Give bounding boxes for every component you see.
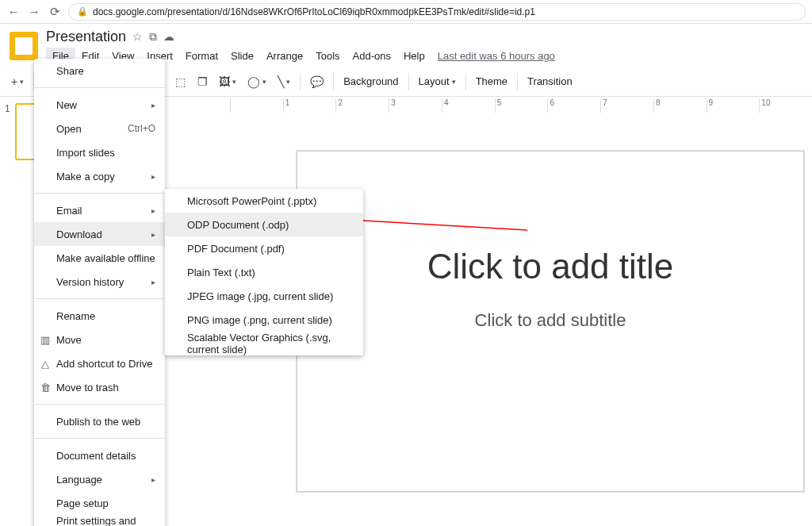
label: Make a copy	[56, 171, 115, 182]
separator	[34, 404, 165, 405]
download-png[interactable]: PNG image (.png, current slide)	[165, 308, 363, 332]
menu-add-shortcut[interactable]: △Add shortcut to Drive	[34, 351, 165, 375]
move-file-icon[interactable]: ⧉	[149, 30, 157, 44]
slide-canvas[interactable]: Click to add title Click to add subtitle	[297, 151, 804, 492]
browser-bar: ← → ⟳ 🔒 docs.google.com/presentation/d/1…	[0, 0, 812, 24]
label: Import slides	[56, 147, 115, 159]
slides-logo-icon[interactable]	[10, 32, 38, 60]
menu-move-trash[interactable]: 🗑Move to trash	[34, 375, 165, 399]
menu-new[interactable]: New▸	[34, 93, 165, 117]
download-pdf[interactable]: PDF Document (.pdf)	[165, 236, 363, 260]
menu-share[interactable]: Share	[34, 59, 165, 83]
menu-rename[interactable]: Rename	[34, 304, 165, 328]
separator	[408, 73, 409, 90]
trash-icon: 🗑	[39, 382, 52, 394]
subtitle-placeholder[interactable]: Click to add subtitle	[337, 310, 764, 331]
layout-button[interactable]: Layout▾	[414, 72, 461, 91]
reload-icon[interactable]: ⟳	[48, 5, 62, 19]
separator	[333, 73, 334, 90]
download-txt[interactable]: Plain Text (.txt)	[165, 260, 363, 284]
ruler-tick	[230, 98, 283, 113]
chevron-right-icon: ▸	[151, 172, 155, 181]
menu-move[interactable]: ▥Move	[34, 328, 165, 351]
download-jpg[interactable]: JPEG image (.jpg, current slide)	[165, 284, 363, 308]
ruler-tick: 5	[495, 98, 548, 113]
ruler-tick: 4	[442, 98, 495, 113]
menu-slide[interactable]: Slide	[224, 48, 260, 64]
layout-label: Layout	[419, 75, 450, 87]
file-dropdown: Share New▸ OpenCtrl+O Import slides Make…	[34, 59, 165, 526]
label: Add shortcut to Drive	[56, 358, 152, 370]
doc-title[interactable]: Presentation	[46, 29, 126, 45]
back-icon[interactable]: ←	[6, 5, 21, 18]
menu-make-copy[interactable]: Make a copy▸	[34, 164, 165, 188]
label: Scalable Vector Graphics (.svg, current …	[187, 332, 354, 355]
title-placeholder[interactable]: Click to add title	[337, 247, 764, 286]
label: JPEG image (.jpg, current slide)	[187, 290, 333, 302]
comment-button[interactable]: 💬	[305, 72, 328, 91]
chevron-right-icon: ▸	[151, 475, 155, 484]
menu-download[interactable]: Download▸	[34, 222, 165, 246]
separator	[465, 73, 466, 90]
download-svg[interactable]: Scalable Vector Graphics (.svg, current …	[165, 332, 363, 355]
label: PDF Document (.pdf)	[187, 243, 285, 255]
menu-version-history[interactable]: Version history▸	[34, 270, 165, 294]
separator	[517, 73, 518, 90]
transition-button[interactable]: Transition	[523, 72, 577, 91]
label: Print settings and preview	[56, 515, 155, 526]
menu-page-setup[interactable]: Page setup	[34, 491, 165, 515]
new-slide-button[interactable]: +▾	[6, 72, 29, 91]
url-bar[interactable]: 🔒 docs.google.com/presentation/d/16Ndse8…	[68, 3, 806, 21]
ruler-tick: 6	[547, 98, 600, 113]
menu-arrange[interactable]: Arrange	[260, 48, 309, 64]
star-icon[interactable]: ☆	[132, 30, 143, 43]
download-odp[interactable]: ODP Document (.odp)	[165, 213, 363, 236]
menu-open[interactable]: OpenCtrl+O	[34, 117, 165, 140]
menu-help[interactable]: Help	[397, 48, 431, 64]
ruler-tick: 1	[283, 98, 336, 113]
theme-button[interactable]: Theme	[471, 72, 512, 91]
label: PNG image (.png, current slide)	[187, 314, 332, 326]
label: Document details	[56, 450, 136, 462]
menu-make-offline[interactable]: Make available offline	[34, 246, 165, 270]
textbox-button[interactable]: ❐	[192, 72, 213, 91]
menu-doc-details[interactable]: Document details	[34, 443, 165, 467]
forward-icon[interactable]: →	[27, 5, 41, 18]
label: Move	[56, 334, 82, 346]
url-text: docs.google.com/presentation/d/16Ndse8WK…	[93, 6, 535, 17]
chevron-right-icon: ▸	[151, 206, 155, 215]
ruler-tick: 10	[759, 98, 812, 113]
image-button[interactable]: 🖼▾	[214, 72, 241, 91]
separator	[34, 438, 165, 439]
ruler-tick: 8	[653, 98, 707, 113]
menu-print-settings[interactable]: Print settings and preview	[34, 515, 165, 526]
download-pptx[interactable]: Microsoft PowerPoint (.pptx)	[165, 189, 363, 213]
select-tool-button[interactable]: ⬚	[170, 72, 190, 91]
label: Plain Text (.txt)	[187, 267, 255, 278]
label: Share	[56, 65, 84, 77]
menu-publish-web[interactable]: Publish to the web	[34, 409, 165, 433]
menu-tools[interactable]: Tools	[309, 48, 346, 64]
ruler-tick: 9	[707, 98, 760, 113]
menu-import-slides[interactable]: Import slides	[34, 140, 165, 164]
chevron-right-icon: ▸	[151, 278, 155, 286]
menu-language[interactable]: Language▸	[34, 467, 165, 491]
label: ODP Document (.odp)	[187, 219, 289, 231]
label: New	[56, 99, 77, 111]
last-edit-info[interactable]: Last edit was 6 hours ago	[438, 50, 555, 62]
label: Language	[56, 474, 102, 486]
shortcut: Ctrl+O	[128, 123, 155, 134]
line-button[interactable]: ╲▾	[273, 72, 295, 91]
separator	[34, 87, 165, 88]
chevron-right-icon: ▸	[151, 230, 155, 239]
menu-format[interactable]: Format	[179, 48, 224, 64]
shape-button[interactable]: ◯▾	[243, 72, 271, 91]
download-submenu: Microsoft PowerPoint (.pptx) ODP Documen…	[165, 189, 363, 355]
ruler-tick: 3	[389, 98, 442, 113]
cloud-status-icon[interactable]: ☁	[163, 30, 174, 43]
lock-icon: 🔒	[77, 6, 88, 17]
background-button[interactable]: Background	[339, 72, 403, 91]
menu-addons[interactable]: Add-ons	[347, 48, 397, 64]
chevron-right-icon: ▸	[151, 101, 155, 109]
menu-email[interactable]: Email▸	[34, 198, 165, 222]
